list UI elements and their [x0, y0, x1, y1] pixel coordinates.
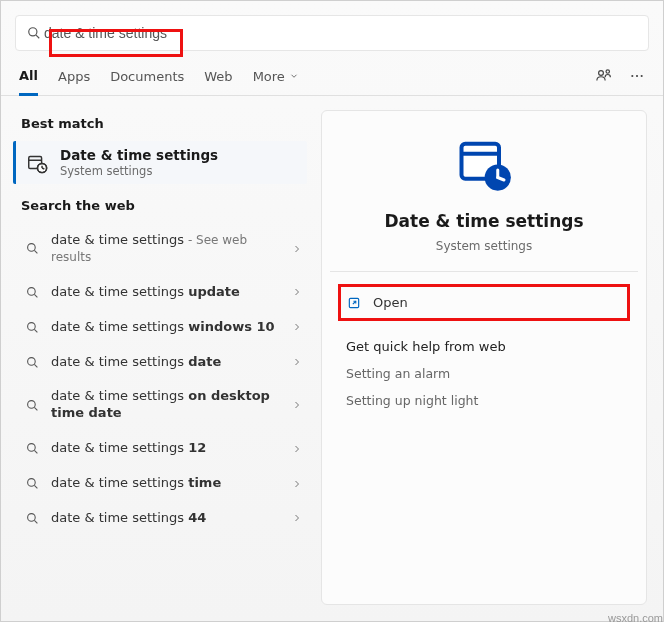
search-icon — [23, 512, 41, 525]
chevron-right-icon — [291, 443, 303, 455]
web-result-row[interactable]: date & time settings windows 10 — [19, 310, 307, 345]
more-options-icon[interactable] — [629, 68, 645, 84]
svg-point-4 — [631, 75, 633, 77]
preview-subtitle: System settings — [436, 239, 532, 253]
filter-tabs: All Apps Documents Web More — [1, 51, 663, 96]
web-result-label: date & time settings date — [51, 354, 281, 371]
best-match-title: Date & time settings — [60, 147, 218, 163]
tab-web[interactable]: Web — [204, 69, 232, 94]
web-result-label: date & time settings windows 10 — [51, 319, 281, 336]
best-match-header: Best match — [21, 116, 307, 131]
best-match-subtitle: System settings — [60, 164, 218, 178]
svg-line-18 — [34, 329, 37, 332]
svg-point-17 — [27, 322, 35, 330]
web-result-label: date & time settings - See web results — [51, 232, 281, 266]
open-external-icon — [347, 296, 363, 310]
web-result-label: date & time settings on desktop time dat… — [51, 388, 281, 422]
svg-point-5 — [636, 75, 638, 77]
svg-line-16 — [34, 294, 37, 297]
svg-line-12 — [42, 168, 44, 169]
svg-point-2 — [599, 71, 604, 76]
web-result-row[interactable]: date & time settings time — [19, 466, 307, 501]
chevron-right-icon — [291, 321, 303, 333]
search-icon — [23, 321, 41, 334]
web-result-label: date & time settings update — [51, 284, 281, 301]
web-results-header: Search the web — [21, 198, 307, 213]
chevron-right-icon — [291, 356, 303, 368]
search-icon — [23, 477, 41, 490]
tab-more[interactable]: More — [253, 69, 299, 94]
calendar-clock-hero-icon — [454, 135, 514, 195]
svg-line-28 — [34, 520, 37, 523]
open-action[interactable]: Open — [338, 284, 630, 321]
svg-line-1 — [36, 35, 39, 38]
svg-point-23 — [27, 444, 35, 452]
search-icon — [23, 399, 41, 412]
best-match-result[interactable]: Date & time settings System settings — [13, 141, 307, 184]
svg-line-14 — [34, 251, 37, 254]
help-from-web-header: Get quick help from web — [336, 327, 632, 360]
results-column: Best match Date & time settings System s… — [1, 96, 319, 621]
web-result-row[interactable]: date & time settings date — [19, 345, 307, 380]
svg-point-0 — [29, 28, 37, 36]
web-result-row[interactable]: date & time settings - See web results — [19, 223, 307, 275]
search-icon — [23, 242, 41, 255]
svg-point-3 — [606, 70, 609, 73]
chevron-right-icon — [291, 399, 303, 411]
web-result-row[interactable]: date & time settings on desktop time dat… — [19, 379, 307, 431]
svg-point-25 — [27, 479, 35, 487]
search-icon — [23, 442, 41, 455]
svg-point-27 — [27, 514, 35, 522]
chevron-right-icon — [291, 243, 303, 255]
chevron-right-icon — [291, 478, 303, 490]
tab-all[interactable]: All — [19, 68, 38, 96]
open-label: Open — [373, 295, 408, 310]
web-result-label: date & time settings 44 — [51, 510, 281, 527]
svg-point-13 — [27, 244, 35, 252]
tab-more-label: More — [253, 69, 285, 84]
search-icon — [24, 26, 44, 40]
tab-documents[interactable]: Documents — [110, 69, 184, 94]
search-input[interactable] — [44, 25, 640, 41]
svg-point-19 — [27, 357, 35, 365]
help-link[interactable]: Setting up night light — [336, 387, 632, 414]
chevron-down-icon — [289, 71, 299, 81]
calendar-clock-icon — [26, 152, 48, 174]
search-icon — [23, 286, 41, 299]
web-result-row[interactable]: date & time settings 44 — [19, 501, 307, 536]
chevron-right-icon — [291, 512, 303, 524]
help-link[interactable]: Setting an alarm — [336, 360, 632, 387]
tab-apps[interactable]: Apps — [58, 69, 90, 94]
account-sync-icon[interactable] — [595, 67, 613, 85]
preview-title: Date & time settings — [384, 211, 583, 231]
svg-line-26 — [34, 485, 37, 488]
svg-point-15 — [27, 287, 35, 295]
svg-line-20 — [34, 364, 37, 367]
svg-line-22 — [34, 407, 37, 410]
search-bar[interactable] — [15, 15, 649, 51]
web-result-label: date & time settings time — [51, 475, 281, 492]
svg-line-24 — [34, 451, 37, 454]
watermark: wsxdn.com — [608, 612, 663, 624]
web-result-row[interactable]: date & time settings 12 — [19, 431, 307, 466]
search-icon — [23, 356, 41, 369]
chevron-right-icon — [291, 286, 303, 298]
web-result-label: date & time settings 12 — [51, 440, 281, 457]
svg-point-6 — [641, 75, 643, 77]
web-result-row[interactable]: date & time settings update — [19, 275, 307, 310]
preview-pane: Date & time settings System settings Ope… — [321, 110, 647, 605]
svg-point-21 — [27, 400, 35, 408]
